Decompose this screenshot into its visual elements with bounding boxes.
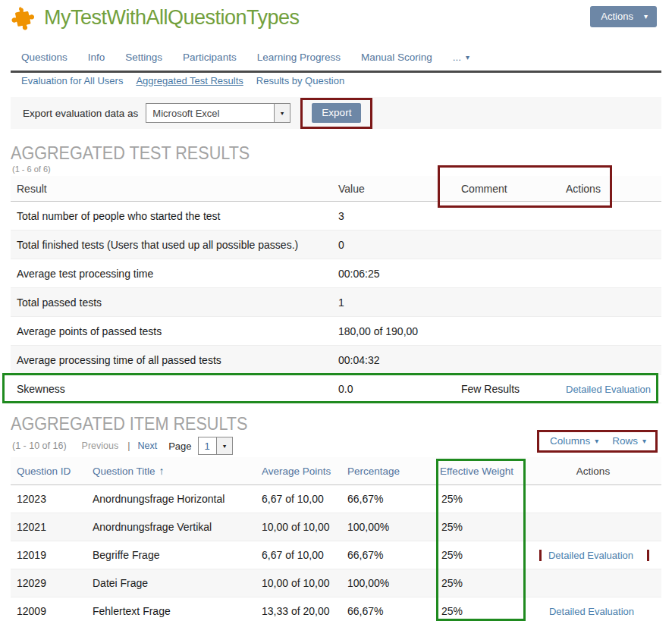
page-select-value: 1	[199, 437, 216, 454]
table-row: 12009 Fehlertext Frage 13,33 of 20,00 66…	[11, 597, 661, 624]
average-points: 13,33 of 20,00	[256, 605, 341, 617]
page: MyTestWithAllQuestionTypes Actions ▾ Que…	[0, 0, 672, 624]
select-dropdown-icon[interactable]: ▼	[274, 104, 290, 122]
subtab-bar: Evaluation for All Users Aggregated Test…	[21, 75, 344, 86]
column-header-percentage[interactable]: Percentage	[341, 466, 434, 477]
table-row: 12023 Anordnungsfrage Horizontal 6,67 of…	[11, 485, 661, 513]
page-select-label: Page	[168, 441, 191, 452]
effective-weight: 25%	[434, 549, 525, 561]
aggregated-test-results-heading: AGGREGATED TEST RESULTS	[11, 143, 250, 164]
table-row: Total number of people who started the t…	[11, 202, 661, 230]
tab-more[interactable]: ...▾	[453, 52, 469, 63]
percentage: 66,67%	[341, 493, 434, 505]
result-value: 3	[332, 210, 455, 222]
subtab-results-by-question[interactable]: Results by Question	[256, 75, 344, 86]
table-row: Average test processing time 00:06:25	[11, 259, 661, 288]
table-row-skewness: Skewness 0.0 Few Results Detailed Evalua…	[11, 375, 661, 403]
next-page-link[interactable]: Next	[137, 441, 157, 451]
column-header-result[interactable]: Result	[11, 183, 332, 195]
item-results-range: (1 - 10 of 16)	[12, 441, 67, 451]
result-label: Total finished tests (Users that used up…	[11, 239, 332, 251]
average-points: 6,67 of 10,00	[256, 493, 341, 505]
table-row: Average processing time of all passed te…	[11, 346, 661, 375]
column-header-actions: Actions	[560, 183, 661, 195]
aggregated-test-results-table: Result Value Comment Actions Total numbe…	[11, 176, 661, 403]
effective-weight: 25%	[434, 521, 525, 533]
chevron-down-icon: ▾	[642, 437, 646, 445]
aggregated-item-results-table: Question ID Question Title↑ Average Poin…	[11, 457, 661, 624]
chevron-down-icon: ▾	[644, 13, 648, 20]
column-header-comment[interactable]: Comment	[455, 183, 560, 195]
item-results-header-row: Question ID Question Title↑ Average Poin…	[11, 457, 661, 485]
detailed-evaluation-link[interactable]: Detailed Evaluation	[549, 606, 634, 617]
export-button[interactable]: Export	[312, 103, 361, 123]
question-id: 12021	[11, 521, 86, 533]
result-value: 00:06:25	[332, 268, 455, 280]
tab-settings[interactable]: Settings	[125, 52, 162, 63]
table-row: 12029 Datei Frage 10,00 of 10,00 100,00%…	[11, 569, 661, 597]
annotation-box-detailed-evaluation: Detailed Evaluation	[539, 550, 649, 561]
test-puzzle-icon	[9, 3, 42, 36]
column-header-actions: Actions	[525, 466, 661, 477]
result-value: 0.0	[332, 383, 455, 395]
effective-weight: 25%	[434, 493, 525, 505]
detailed-evaluation-link[interactable]: Detailed Evaluation	[566, 384, 651, 395]
result-value: 00:04:32	[332, 354, 455, 366]
previous-page-link[interactable]: Previous	[82, 441, 119, 451]
question-title: Fehlertext Frage	[86, 605, 256, 617]
result-label: Total passed tests	[11, 296, 332, 309]
page-title: MyTestWithAllQuestionTypes	[44, 6, 300, 30]
export-format-select[interactable]: Microsoft Excel ▼	[146, 103, 290, 123]
actions-button-label: Actions	[601, 11, 633, 22]
tab-manual-scoring[interactable]: Manual Scoring	[361, 52, 432, 63]
effective-weight: 25%	[434, 605, 525, 617]
question-title: Begriffe Frage	[86, 549, 256, 561]
percentage: 100,00%	[341, 521, 434, 533]
chevron-down-icon: ▾	[595, 437, 598, 445]
tab-bar: Questions Info Settings Participants Lea…	[11, 52, 661, 73]
question-id: 12009	[11, 605, 86, 617]
rows-dropdown[interactable]: Rows ▾	[612, 435, 646, 447]
column-header-value[interactable]: Value	[332, 183, 455, 195]
page-select[interactable]: 1 ▼	[198, 437, 233, 455]
export-toolbar: Export evaluation data as Microsoft Exce…	[11, 97, 661, 129]
pagination-separator: |	[127, 441, 130, 451]
select-dropdown-icon[interactable]: ▼	[216, 437, 232, 454]
sort-ascending-icon: ↑	[159, 465, 165, 477]
subtab-evaluation-for-all-users[interactable]: Evaluation for All Users	[21, 75, 123, 86]
tab-info[interactable]: Info	[88, 52, 105, 63]
question-title: Datei Frage	[86, 577, 256, 589]
question-id: 12023	[11, 493, 86, 505]
export-format-selected-value: Microsoft Excel	[146, 104, 274, 122]
columns-dropdown[interactable]: Columns ▾	[550, 435, 598, 447]
result-value: 1	[332, 296, 455, 309]
table-row: 12019 Begriffe Frage 6,67 of 10,00 66,67…	[11, 541, 661, 569]
table-row: Total finished tests (Users that used up…	[11, 230, 661, 259]
effective-weight: 25%	[434, 577, 525, 589]
column-header-average-points[interactable]: Average Points	[256, 466, 341, 477]
percentage: 66,67%	[341, 605, 434, 617]
table-row: Total passed tests 1	[11, 288, 661, 317]
average-points: 6,67 of 10,00	[256, 549, 341, 561]
result-label: Skewness	[11, 383, 332, 395]
export-format-label: Export evaluation data as	[23, 108, 138, 119]
column-header-effective-weight[interactable]: Effective Weight	[434, 466, 525, 477]
annotation-box-columns-rows: Columns ▾ Rows ▾	[537, 430, 658, 453]
column-header-question-id[interactable]: Question ID	[11, 466, 86, 477]
result-value: 0	[332, 239, 455, 251]
question-title: Anordnungsfrage Vertikal	[86, 521, 256, 533]
chevron-down-icon: ▾	[466, 54, 469, 61]
tab-learning-progress[interactable]: Learning Progress	[257, 52, 341, 63]
subtab-aggregated-test-results[interactable]: Aggregated Test Results	[136, 75, 243, 86]
column-header-question-title[interactable]: Question Title↑	[86, 465, 256, 477]
result-label: Average processing time of all passed te…	[11, 354, 332, 366]
aggregated-item-results-heading: AGGREGATED ITEM RESULTS	[11, 413, 247, 434]
tab-participants[interactable]: Participants	[183, 52, 237, 63]
actions-button[interactable]: Actions ▾	[590, 6, 657, 27]
question-id: 12029	[11, 577, 86, 589]
result-label: Total number of people who started the t…	[11, 210, 332, 222]
average-points: 10,00 of 10,00	[256, 577, 341, 589]
tab-questions[interactable]: Questions	[21, 52, 68, 63]
detailed-evaluation-link[interactable]: Detailed Evaluation	[548, 550, 633, 561]
annotation-box-export: Export	[300, 98, 372, 129]
